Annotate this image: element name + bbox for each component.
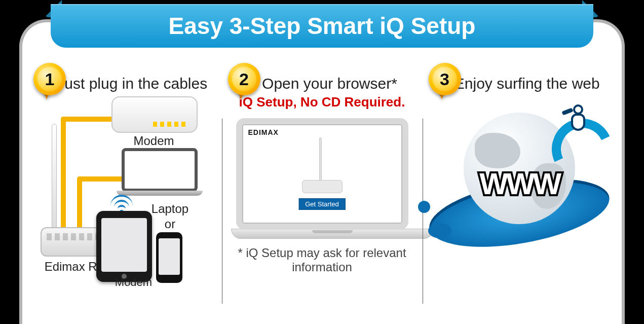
step-2-subtitle: iQ Setup, No CD Required.: [231, 94, 413, 110]
router-antenna: [52, 124, 57, 230]
steps-row: 1 Just plug in the cables Edimax Router …: [27, 58, 617, 324]
step-number: 1: [37, 67, 62, 91]
step-1-title: Just plug in the cables: [52, 75, 213, 92]
mini-router-antenna: [319, 137, 322, 181]
splash-icon: [428, 223, 451, 238]
step-2: 2 Open your browser* iQ Setup, No CD Req…: [222, 58, 423, 324]
header-title: Easy 3-Step Smart iQ Setup: [169, 12, 476, 40]
step-3: 3 Enjoy surfing the web WWW: [423, 58, 617, 324]
cable: [61, 117, 66, 233]
laptop-icon: [117, 148, 203, 199]
card: 1 Just plug in the cables Edimax Router …: [19, 19, 625, 324]
tablet-icon: [96, 211, 152, 282]
get-started-button[interactable]: Get Started: [298, 198, 345, 210]
www-illustration: WWW: [433, 106, 605, 259]
brand-label: EDIMAX: [248, 128, 279, 136]
step-2-title: Open your browser*: [246, 75, 413, 92]
step-1: 1 Just plug in the cables Edimax Router …: [27, 58, 222, 324]
cable: [77, 176, 82, 233]
step-badge-1: 1: [33, 63, 66, 95]
browser-screen: EDIMAX Get Started: [236, 118, 408, 230]
www-text: WWW: [479, 166, 559, 201]
step-badge-2: 2: [228, 63, 260, 95]
step-number: 3: [433, 67, 457, 91]
modem-icon: [111, 96, 198, 133]
laptop-browser-icon: EDIMAX Get Started: [231, 118, 413, 239]
header-ribbon: Easy 3-Step Smart iQ Setup: [51, 4, 593, 48]
step-badge-3: 3: [429, 63, 461, 95]
step-1-illustration: Edimax Router Modem Laptop or Modem: [36, 96, 213, 279]
step-3-title: Enjoy surfing the web: [447, 75, 608, 92]
mini-router-icon: [302, 180, 343, 193]
step-number: 2: [232, 67, 256, 91]
modem2-label: Modem: [93, 276, 174, 289]
splash-icon: [418, 201, 430, 213]
surfer-icon: [561, 104, 596, 140]
modem-label: Modem: [119, 134, 190, 148]
step-2-footnote: * iQ Setup may ask for relevant informat…: [231, 246, 413, 274]
laptop-base: [231, 229, 434, 239]
phone-icon: [156, 232, 182, 283]
